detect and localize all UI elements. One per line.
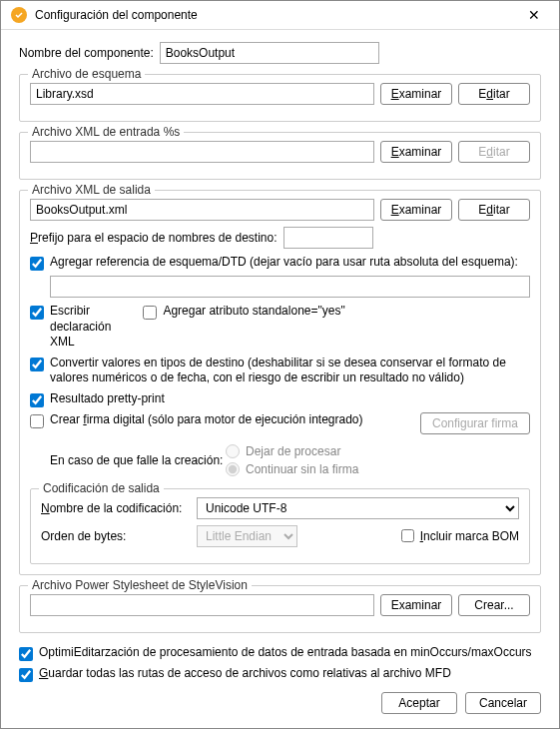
app-icon bbox=[11, 7, 27, 23]
schema-edit-button[interactable]: EditarEditar bbox=[458, 83, 530, 105]
schema-file-input[interactable] bbox=[30, 83, 374, 105]
include-bom-checkbox[interactable] bbox=[401, 529, 414, 542]
stylevision-input[interactable] bbox=[30, 594, 374, 616]
optimize-label: OptimiEditarzación de procesamiento de d… bbox=[39, 645, 541, 661]
schema-file-legend: Archivo de esquema bbox=[28, 67, 145, 81]
stylevision-legend: Archivo Power Stylesheet de StyleVision bbox=[28, 578, 252, 592]
on-fail-continue-label: Continuar sin la firma bbox=[246, 462, 358, 476]
cast-values-label: Convertir valores en tipos de destino (d… bbox=[50, 356, 530, 386]
output-xml-input[interactable] bbox=[30, 199, 374, 221]
input-xml-group: Archivo XML de entrada %s Examinar Edita… bbox=[19, 132, 541, 180]
encoding-legend: Codificación de salida bbox=[39, 481, 164, 495]
ok-button[interactable]: Aceptar bbox=[381, 692, 457, 714]
configure-signature-button: Configurar firma bbox=[420, 412, 530, 434]
create-signature-checkbox[interactable] bbox=[30, 414, 44, 428]
save-paths-checkbox[interactable] bbox=[19, 668, 33, 682]
schema-file-group: Archivo de esquema EExaminarxaminar Edit… bbox=[19, 74, 541, 122]
output-edit-button[interactable]: Editar bbox=[458, 199, 530, 221]
stylevision-create-button[interactable]: Crear... bbox=[458, 594, 530, 616]
write-decl-checkbox[interactable] bbox=[30, 306, 44, 320]
on-fail-stop-radio bbox=[226, 444, 240, 458]
on-fail-stop-label: Dejar de procesar bbox=[246, 444, 340, 458]
close-icon[interactable]: ✕ bbox=[519, 7, 549, 23]
component-name-label: Nombre del componente: bbox=[19, 46, 154, 60]
cancel-button[interactable]: Cancelar bbox=[465, 692, 541, 714]
input-browse-button[interactable]: Examinar bbox=[380, 141, 452, 163]
write-decl-label: Escribir declaración XML bbox=[50, 304, 111, 351]
window-title: Configuración del componente bbox=[35, 8, 519, 22]
component-name-input[interactable] bbox=[160, 42, 379, 64]
standalone-checkbox[interactable] bbox=[143, 306, 157, 320]
input-xml-input[interactable] bbox=[30, 141, 374, 163]
encoding-name-label: Nombre de la codificación: bbox=[41, 501, 191, 515]
output-browse-button[interactable]: Examinar bbox=[380, 199, 452, 221]
pretty-print-label: Resultado pretty-print bbox=[50, 391, 530, 407]
prefix-input[interactable] bbox=[283, 227, 373, 249]
optimize-checkbox[interactable] bbox=[19, 647, 33, 661]
input-edit-button: Editar bbox=[458, 141, 530, 163]
pretty-print-checkbox[interactable] bbox=[30, 393, 44, 407]
add-schema-ref-label: Agregar referencia de esquema/DTD (dejar… bbox=[50, 255, 530, 271]
output-xml-legend: Archivo XML de salida bbox=[28, 183, 155, 197]
cast-values-checkbox[interactable] bbox=[30, 358, 44, 371]
schema-ref-path-input[interactable] bbox=[50, 276, 530, 298]
schema-browse-button[interactable]: EExaminarxaminar bbox=[380, 83, 452, 105]
encoding-name-select[interactable]: Unicode UTF-8 bbox=[197, 497, 519, 519]
add-schema-ref-checkbox[interactable] bbox=[30, 257, 44, 271]
stylevision-group: Archivo Power Stylesheet de StyleVision … bbox=[19, 585, 541, 633]
on-fail-continue-radio bbox=[226, 462, 240, 476]
on-fail-label: En caso de que falle la creación: bbox=[50, 453, 220, 467]
output-xml-group: Archivo XML de salida Examinar Editar Pr… bbox=[19, 190, 541, 575]
standalone-label: Agregar atributo standalone="yes" bbox=[163, 304, 530, 320]
input-xml-legend: Archivo XML de entrada %s bbox=[28, 125, 184, 139]
encoding-group: Codificación de salida Nombre de la codi… bbox=[30, 488, 530, 564]
byte-order-label: Orden de bytes: bbox=[41, 529, 191, 543]
prefix-label: Prefijo para el espacio de nombres de de… bbox=[30, 231, 278, 245]
create-signature-label: Crear firma digital (sólo para motor de … bbox=[50, 412, 414, 428]
include-bom-label: Incluir marca BOM bbox=[420, 529, 519, 543]
byte-order-select: Little Endian bbox=[197, 525, 297, 547]
save-paths-label: Guardar todas las rutas de acceso de arc… bbox=[39, 666, 541, 682]
stylevision-browse-button[interactable]: Examinar bbox=[380, 594, 452, 616]
